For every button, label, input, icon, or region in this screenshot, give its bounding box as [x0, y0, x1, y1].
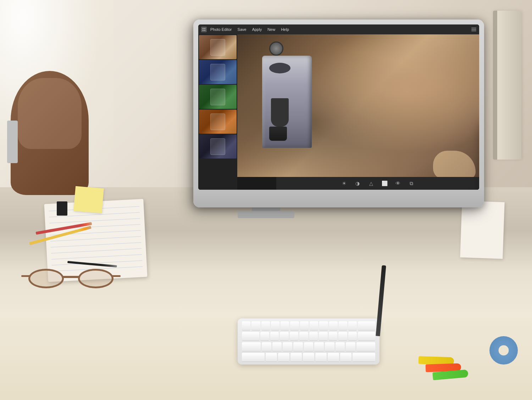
editor-menubar: Photo Editor Save Apply New Help [198, 24, 479, 34]
hand-silhouette [433, 151, 476, 179]
thumbnail-1[interactable] [199, 35, 237, 59]
key[interactable] [290, 332, 299, 341]
key[interactable] [266, 353, 277, 362]
key[interactable] [272, 342, 282, 351]
enter-key[interactable] [356, 342, 375, 351]
keyboard-keys [242, 321, 375, 362]
thumb-machine-1 [199, 35, 237, 59]
key[interactable] [299, 332, 308, 341]
key-row-1 [242, 321, 375, 330]
sticky-note [73, 186, 104, 213]
crop-icon[interactable]: ⬜ [381, 180, 388, 187]
geometry-icon[interactable]: △ [368, 180, 374, 187]
key[interactable] [281, 321, 289, 330]
backspace-key[interactable] [358, 321, 375, 330]
menu-item-apply[interactable]: Apply [250, 27, 264, 32]
key[interactable] [336, 342, 345, 351]
key[interactable] [358, 332, 375, 341]
key[interactable] [329, 321, 338, 330]
thumb-machine-5 [199, 134, 237, 159]
glasses-arm-right [112, 275, 121, 277]
key[interactable] [309, 332, 318, 341]
keyboard[interactable] [238, 318, 379, 365]
key[interactable] [329, 332, 338, 341]
eye-icon[interactable]: 👁 [395, 180, 401, 187]
key[interactable] [304, 342, 314, 351]
menu-item-help[interactable]: Help [279, 27, 291, 32]
monitor-menu-button[interactable] [471, 28, 476, 31]
key[interactable] [290, 321, 299, 330]
menu-line-1 [471, 28, 476, 28]
key[interactable] [280, 332, 289, 341]
machine-top [269, 63, 290, 73]
tab-key[interactable] [242, 332, 259, 341]
key[interactable] [319, 321, 328, 330]
menu-line-2 [471, 29, 476, 30]
svg-rect-0 [203, 28, 204, 29]
brightness-icon[interactable]: ☀ [341, 180, 347, 187]
machine-portafilter [271, 98, 289, 127]
menu-item-new[interactable]: New [265, 27, 277, 32]
shift-left-key[interactable] [242, 353, 265, 362]
monitor-base [238, 211, 294, 218]
key[interactable] [314, 342, 324, 351]
key[interactable] [242, 321, 250, 330]
menu-item-save[interactable]: Save [235, 27, 249, 32]
layers-icon[interactable]: ⧉ [408, 180, 415, 187]
key[interactable] [278, 353, 289, 362]
key[interactable] [315, 353, 327, 362]
notepad-line [51, 242, 142, 247]
notepad-line [51, 254, 142, 259]
contrast-icon[interactable]: ◑ [354, 180, 361, 187]
svg-rect-2 [203, 30, 204, 31]
monitor: Photo Editor Save Apply New Help [193, 20, 484, 207]
key[interactable] [348, 332, 357, 341]
main-preview-area: ☀ ◑ △ ⬜ 👁 ⧉ [237, 34, 479, 190]
key[interactable] [346, 342, 355, 351]
key[interactable] [325, 342, 334, 351]
key-row-4 [242, 353, 375, 362]
key[interactable] [290, 353, 302, 362]
thumb-machine-2 [199, 60, 237, 84]
key[interactable] [340, 353, 351, 362]
glasses-frame-right [78, 269, 113, 288]
key[interactable] [251, 321, 260, 330]
key[interactable] [300, 321, 309, 330]
key[interactable] [319, 332, 328, 341]
shift-right-key[interactable] [353, 353, 375, 362]
editor-toolbar: ☀ ◑ △ ⬜ 👁 ⧉ [276, 177, 479, 190]
key-row-2 [242, 332, 375, 341]
key-row-3 [242, 342, 375, 351]
key[interactable] [260, 332, 269, 341]
key[interactable] [261, 321, 270, 330]
chair-arm [7, 121, 18, 163]
machine-knob [269, 41, 283, 56]
preview-image [237, 34, 479, 177]
binder-clip [57, 201, 67, 216]
key[interactable] [328, 353, 339, 362]
thumbnail-3[interactable] [199, 85, 237, 109]
key[interactable] [338, 332, 347, 341]
tape-roll [489, 336, 518, 365]
thumbnail-2[interactable] [199, 60, 237, 84]
key[interactable] [262, 342, 271, 351]
key[interactable] [310, 321, 318, 330]
machine-body [262, 56, 312, 148]
key[interactable] [271, 321, 279, 330]
key[interactable] [303, 353, 314, 362]
key[interactable] [339, 321, 347, 330]
binder-files [493, 11, 521, 160]
thumbnail-5[interactable] [199, 134, 237, 159]
glasses [28, 265, 113, 294]
menu-item-title[interactable]: Photo Editor [208, 27, 234, 32]
svg-rect-1 [204, 28, 205, 29]
key[interactable] [348, 321, 357, 330]
glasses-frame-left [28, 269, 64, 288]
key[interactable] [283, 342, 292, 351]
key[interactable] [270, 332, 279, 341]
thumbnail-4[interactable] [199, 110, 237, 134]
editor-body: ☀ ◑ △ ⬜ 👁 ⧉ [198, 34, 479, 190]
key[interactable] [293, 342, 303, 351]
espresso-machine [251, 41, 322, 162]
caps-key[interactable] [242, 342, 261, 351]
